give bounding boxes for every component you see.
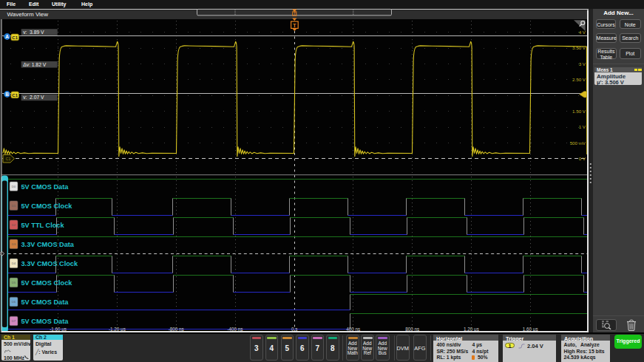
svg-text:D2: D2 <box>12 223 16 227</box>
svg-text:-800 ns: -800 ns <box>169 327 184 332</box>
svg-text:Δv:: Δv: <box>23 62 30 67</box>
svg-text:D7: D7 <box>12 319 16 323</box>
svg-text:v:: v: <box>23 30 27 35</box>
svg-text:400 ns: 400 ns <box>346 327 360 332</box>
svg-text:5V CMOS Clock: 5V CMOS Clock <box>21 279 73 287</box>
svg-text:800 ns: 800 ns <box>405 327 419 332</box>
svg-text:5V CMOS Data: 5V CMOS Data <box>21 298 70 306</box>
svg-text:500 mV: 500 mV <box>570 140 586 146</box>
svg-text:2.07 V: 2.07 V <box>30 95 44 100</box>
svg-text:0 s: 0 s <box>291 327 297 332</box>
svg-text:C1: C1 <box>12 35 18 40</box>
svg-text:5V TTL Clock: 5V TTL Clock <box>21 222 65 229</box>
svg-text:3.3V CMOS Clock: 3.3V CMOS Clock <box>21 260 78 267</box>
svg-text:T: T <box>293 22 296 29</box>
svg-text:0 V: 0 V <box>579 156 586 161</box>
svg-text:D0: D0 <box>12 185 16 188</box>
svg-text:1.82 V: 1.82 V <box>32 62 47 67</box>
svg-text:D6: D6 <box>12 300 16 304</box>
svg-text:C1: C1 <box>12 93 18 98</box>
svg-text:D5: D5 <box>12 281 16 284</box>
svg-text:A: A <box>5 34 9 39</box>
svg-text:3.89 V: 3.89 V <box>30 30 44 35</box>
svg-text:-400 ns: -400 ns <box>227 327 243 332</box>
svg-text:3.3V CMOS Data: 3.3V CMOS Data <box>21 241 75 248</box>
svg-text:3 V: 3 V <box>579 61 586 66</box>
svg-text:T: T <box>294 12 296 16</box>
svg-text:5V CMOS Data: 5V CMOS Data <box>21 318 70 325</box>
svg-text:D1: D1 <box>12 204 16 208</box>
svg-text:3.50 V: 3.50 V <box>572 45 586 50</box>
svg-text:2.50 V: 2.50 V <box>572 77 586 82</box>
svg-text:v:: v: <box>23 95 27 100</box>
svg-text:C1: C1 <box>6 157 11 161</box>
svg-text:D4: D4 <box>12 262 16 265</box>
svg-text:1.50 V: 1.50 V <box>572 109 586 114</box>
svg-text:B: B <box>5 92 9 97</box>
svg-text:5V CMOS Data: 5V CMOS Data <box>21 183 70 191</box>
svg-text:1 V: 1 V <box>579 124 586 129</box>
svg-text:D3: D3 <box>12 242 16 246</box>
svg-text:5V CMOS Clock: 5V CMOS Clock <box>21 202 73 210</box>
